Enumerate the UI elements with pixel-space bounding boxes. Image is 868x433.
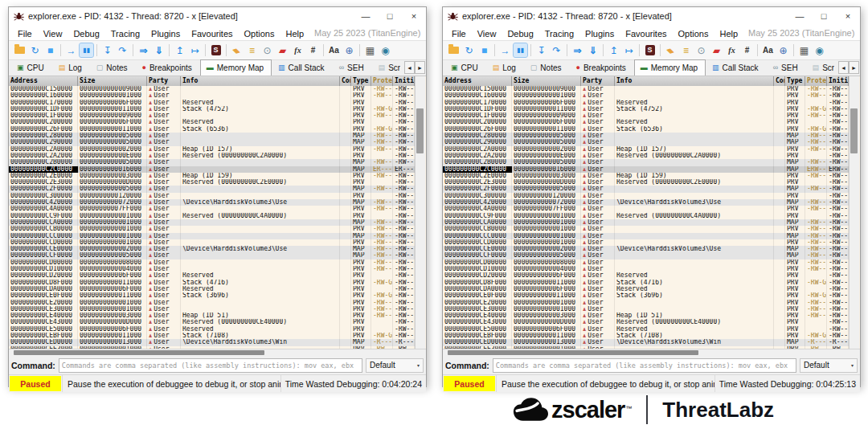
maximize-button[interactable]: □ bbox=[378, 7, 402, 25]
table-header[interactable]: AddressSizePartyInfoConTypeProtecInitial bbox=[443, 76, 849, 86]
table-row[interactable]: 000000000CCA00000000000000001000♟UserMAP… bbox=[443, 219, 849, 226]
attach-icon[interactable]: ⊕ bbox=[776, 43, 790, 57]
table-row[interactable]: 000000000CCB00000000000000001000♟UserPRV… bbox=[9, 226, 415, 232]
table-row[interactable]: 000000000CCF00000000000000005000♟UserMAP… bbox=[443, 252, 849, 259]
step-into-icon[interactable]: ↧ bbox=[534, 43, 548, 57]
menu-options[interactable]: Options bbox=[673, 29, 714, 39]
function-icon[interactable]: fx bbox=[291, 43, 305, 57]
column-header-address[interactable]: Address bbox=[443, 76, 512, 86]
restart-icon[interactable]: ↻ bbox=[28, 43, 42, 57]
table-row[interactable]: 000000000C2E3000000000000000D000♟UserRes… bbox=[443, 179, 849, 186]
restart-icon[interactable]: ↻ bbox=[462, 43, 476, 57]
font-case-icon[interactable]: Aa bbox=[761, 43, 775, 57]
table-row-selected[interactable]: 000000000C2C00000000000000016000♟UserMAP… bbox=[9, 166, 415, 173]
tab-log[interactable]: ▤Log bbox=[486, 59, 524, 76]
run-to-user-code-icon[interactable]: ↦ bbox=[188, 43, 202, 57]
run-icon[interactable]: → bbox=[498, 43, 512, 57]
table-row[interactable]: 000000000CD8F0000000000000011000♟UserSta… bbox=[9, 280, 415, 286]
table-row[interactable]: 000000000C4200000000000000072000♟User\De… bbox=[443, 199, 849, 206]
table-row[interactable]: 000000000C1500000000000000009000♟UserPRV… bbox=[443, 86, 849, 92]
table-row[interactable]: 000000000CD000000000000000008000♟UserPRV… bbox=[443, 259, 849, 266]
table-row[interactable]: 000000000C1600000000000000001000♟UserPRV… bbox=[9, 92, 415, 99]
table-row[interactable]: 000000000CDA0000000000000006F000♟UserRes… bbox=[443, 286, 849, 292]
comment-icon[interactable]: ≡ bbox=[679, 43, 693, 57]
title-bar[interactable]: explorer.exe - PID: 4132 - Thread: 8720 … bbox=[9, 7, 426, 25]
column-header-info[interactable]: Info bbox=[615, 76, 774, 86]
title-bar[interactable]: explorer.exe - PID: 4132 - Thread: 8720 … bbox=[443, 7, 860, 25]
table-row[interactable]: 000000000C2A00000000000000002000♟UserHea… bbox=[9, 146, 415, 153]
tab-breakpoints[interactable]: ●Breakpoints bbox=[569, 59, 633, 76]
maximize-button[interactable]: □ bbox=[812, 7, 836, 25]
menu-tracing[interactable]: Tracing bbox=[105, 29, 145, 39]
table-row[interactable]: 000000000CD20000000000000006F000♟UserRes… bbox=[9, 272, 415, 279]
tab-log[interactable]: ▤Log bbox=[52, 59, 90, 76]
table-row[interactable]: 000000000CE0F0000000000000011000♟UserSta… bbox=[443, 292, 849, 299]
column-header-address[interactable]: Address bbox=[9, 76, 78, 86]
label-icon[interactable]: ⊙ bbox=[694, 43, 708, 57]
table-row[interactable]: 000000000CE400000000000000003000♟UserHea… bbox=[443, 312, 849, 319]
tab-breakpoints[interactable]: ●Breakpoints bbox=[135, 59, 199, 76]
table-row[interactable]: 000000000C200000000000000006F000♟UserRes… bbox=[9, 119, 415, 125]
menu-options[interactable]: Options bbox=[239, 29, 280, 39]
column-header-con[interactable]: Con bbox=[340, 76, 351, 86]
table-row[interactable]: 000000000CD100000000000000004000♟UserPRV… bbox=[9, 266, 415, 272]
table-row[interactable]: 000000000CE50000000000000006F000♟UserRes… bbox=[443, 326, 849, 333]
patches-icon[interactable]: ▰ bbox=[230, 43, 244, 57]
table-row[interactable]: 000000000CE50000000000000006F000♟UserRes… bbox=[9, 326, 415, 333]
menu-favourites[interactable]: Favourites bbox=[186, 29, 238, 39]
column-header-party[interactable]: Party bbox=[147, 76, 181, 86]
tab-memory-map[interactable]: ▬Memory Map bbox=[200, 59, 272, 76]
column-header-initial[interactable]: Initial bbox=[827, 76, 849, 86]
table-row[interactable]: 000000000C2800000000000000005000♟UserMAP… bbox=[443, 133, 849, 139]
table-row[interactable]: 000000000CEBF0000000000000011000♟UserSta… bbox=[9, 333, 415, 339]
pause-icon[interactable]: ▮▮ bbox=[80, 43, 93, 57]
column-header-protec[interactable]: Protec bbox=[805, 76, 827, 86]
table-row[interactable]: 000000000C1F00000000000000009000♟UserPRV… bbox=[9, 112, 415, 119]
settings-globe-icon[interactable]: ◉ bbox=[813, 43, 826, 57]
close-button[interactable]: × bbox=[836, 7, 860, 25]
table-row[interactable]: 000000000CE200000000000000001000♟UserPRV… bbox=[9, 300, 415, 306]
table-row[interactable]: 000000000CED00000000000000013000♟User\De… bbox=[443, 339, 849, 345]
bookmark-icon[interactable]: ▰ bbox=[276, 43, 289, 57]
command-input[interactable] bbox=[493, 358, 796, 373]
table-row[interactable]: 000000000CE0F0000000000000011000♟UserSta… bbox=[9, 292, 415, 299]
function-icon[interactable]: fx bbox=[725, 43, 739, 57]
execute-till-return-icon[interactable]: ↥ bbox=[173, 43, 186, 57]
command-profile-dropdown[interactable]: Default ▾ bbox=[800, 358, 858, 373]
table-row[interactable]: 000000000C26F0000000000000011000♟UserSta… bbox=[443, 126, 849, 133]
tab-notes[interactable]: ▢Notes bbox=[524, 59, 570, 76]
step-over-icon[interactable]: ↷ bbox=[550, 43, 563, 57]
table-row[interactable]: 000000000C200000000000000006F000♟UserRes… bbox=[443, 119, 849, 125]
patches-icon[interactable]: ▰ bbox=[664, 43, 678, 57]
table-row[interactable]: 000000000C2B00000000000000005000♟UserMAP… bbox=[443, 159, 849, 165]
open-file-icon[interactable] bbox=[447, 43, 461, 57]
tab-scroll-left-button[interactable]: ◄ bbox=[404, 61, 415, 74]
column-header-type[interactable]: Type bbox=[785, 76, 805, 86]
minimize-button[interactable]: — bbox=[354, 7, 378, 25]
step-into-icon[interactable]: ↧ bbox=[100, 43, 114, 57]
tab-scroll-right-button[interactable]: ► bbox=[415, 61, 425, 74]
vertical-scrollbar-thumb[interactable] bbox=[416, 108, 424, 153]
menu-view[interactable]: View bbox=[38, 29, 68, 39]
table-row[interactable]: 000000000C3000000000000000120000♟UserPRV… bbox=[443, 193, 849, 199]
column-header-con[interactable]: Con bbox=[774, 76, 785, 86]
table-row[interactable]: 000000000C1DF0000000000000011000♟UserSta… bbox=[9, 106, 415, 112]
menu-debug[interactable]: Debug bbox=[68, 29, 104, 39]
table-row[interactable]: 000000000C2A00000000000000002000♟UserHea… bbox=[443, 146, 849, 153]
horizontal-scrollbar-thumb[interactable] bbox=[14, 350, 264, 355]
table-row[interactable]: 000000000CE43000000000000000D000♟UserRes… bbox=[443, 319, 849, 325]
seatbelt-icon[interactable]: S bbox=[643, 43, 657, 57]
close-button[interactable]: × bbox=[402, 7, 426, 25]
table-row[interactable]: 000000000CD8F0000000000000011000♟UserSta… bbox=[443, 280, 849, 286]
run-to-user-code-icon[interactable]: ↦ bbox=[622, 43, 636, 57]
horizontal-scrollbar-thumb[interactable] bbox=[448, 350, 698, 355]
table-row[interactable]: 000000000C4200000000000000072000♟User\De… bbox=[9, 199, 415, 206]
menu-plugins[interactable]: Plugins bbox=[579, 29, 620, 39]
tab-scroll-right-button[interactable]: ► bbox=[849, 61, 859, 74]
bookmark-icon[interactable]: ▰ bbox=[710, 43, 723, 57]
table-row[interactable]: 000000000C1600000000000000001000♟UserPRV… bbox=[443, 92, 849, 99]
settings-globe-icon[interactable]: ◉ bbox=[379, 43, 392, 57]
menu-help[interactable]: Help bbox=[714, 29, 743, 39]
vertical-scrollbar[interactable] bbox=[415, 76, 425, 349]
table-row[interactable]: 000000000CD000000000000000008000♟UserPRV… bbox=[9, 259, 415, 266]
